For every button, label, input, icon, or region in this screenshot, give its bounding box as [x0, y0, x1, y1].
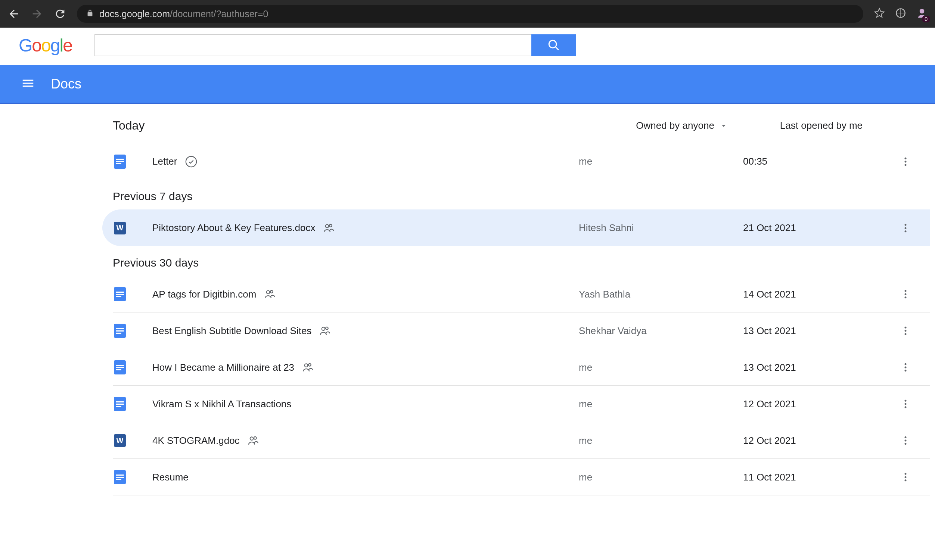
document-owner: Shekhar Vaidya: [579, 325, 743, 337]
google-doc-icon: [114, 287, 126, 301]
document-title: Piktostory About & Key Features.docx: [152, 222, 315, 234]
word-doc-icon: W: [114, 434, 126, 447]
document-date: 21 Oct 2021: [743, 222, 892, 234]
shared-icon: [247, 435, 259, 446]
document-date: 12 Oct 2021: [743, 435, 892, 446]
svg-point-33: [905, 443, 907, 445]
svg-point-20: [905, 333, 907, 335]
svg-point-32: [905, 440, 907, 442]
svg-point-2: [186, 156, 196, 166]
more-actions-button[interactable]: [892, 398, 918, 409]
svg-point-6: [326, 225, 329, 228]
google-doc-icon: [114, 155, 126, 169]
more-actions-button[interactable]: [892, 325, 918, 336]
shared-icon: [302, 362, 314, 373]
svg-point-36: [905, 479, 907, 481]
reload-button[interactable]: [54, 8, 66, 20]
google-logo[interactable]: Google: [18, 35, 72, 55]
svg-point-24: [905, 367, 907, 368]
svg-point-18: [905, 327, 907, 329]
svg-point-22: [308, 364, 311, 366]
extension-icon[interactable]: [895, 8, 906, 20]
more-actions-button[interactable]: [892, 435, 918, 446]
more-actions-button[interactable]: [892, 289, 918, 300]
offline-icon: [185, 155, 198, 168]
more-actions-button[interactable]: [892, 156, 918, 167]
document-title: Best English Subtitle Download Sites: [152, 325, 311, 337]
svg-point-12: [270, 291, 273, 293]
document-row[interactable]: Resume me 11 Oct 2021: [113, 459, 930, 495]
menu-icon[interactable]: [21, 76, 35, 92]
document-row[interactable]: AP tags for Digitbin.com Yash Bathla 14 …: [113, 276, 930, 312]
document-row[interactable]: W 4K STOGRAM.gdoc me 12 Oct 2021: [113, 422, 930, 459]
app-title: Docs: [51, 76, 82, 92]
svg-point-17: [326, 327, 328, 330]
document-owner: me: [579, 472, 743, 483]
document-owner: Yash Bathla: [579, 289, 743, 300]
bookmark-star-icon[interactable]: [874, 8, 885, 20]
svg-point-15: [905, 297, 907, 298]
svg-point-5: [905, 164, 907, 166]
document-owner: me: [579, 435, 743, 446]
google-doc-icon: [114, 397, 126, 411]
svg-point-11: [267, 291, 270, 294]
svg-point-35: [905, 476, 907, 478]
document-owner: me: [579, 156, 743, 167]
sort-filter[interactable]: Last opened by me: [780, 120, 863, 131]
svg-point-31: [905, 437, 907, 438]
url-text: docs.google.com/document/?authuser=0: [99, 9, 268, 19]
document-title: AP tags for Digitbin.com: [152, 289, 256, 300]
svg-point-27: [905, 403, 907, 405]
svg-point-9: [905, 227, 907, 229]
document-owner: Hitesh Sahni: [579, 222, 743, 234]
address-bar[interactable]: docs.google.com/document/?authuser=0: [77, 5, 863, 23]
svg-point-23: [905, 363, 907, 365]
shared-icon: [319, 325, 331, 337]
document-title: Letter: [152, 156, 177, 167]
google-header: Google: [0, 28, 935, 65]
document-row[interactable]: Vikram S x Nikhil A Transactions me 12 O…: [113, 386, 930, 422]
document-date: 12 Oct 2021: [743, 398, 892, 410]
document-owner: me: [579, 362, 743, 373]
svg-point-4: [905, 160, 907, 162]
svg-point-1: [920, 9, 924, 14]
section-heading: Previous 30 days: [113, 246, 930, 276]
svg-point-13: [905, 290, 907, 292]
document-title: 4K STOGRAM.gdoc: [152, 435, 240, 446]
notification-badge: 0: [922, 16, 930, 22]
document-row[interactable]: Best English Subtitle Download Sites She…: [113, 312, 930, 349]
shared-icon: [323, 222, 335, 234]
section-heading: Today: [113, 119, 636, 132]
document-date: 13 Oct 2021: [743, 362, 892, 373]
search-input[interactable]: [94, 34, 531, 56]
document-row[interactable]: How I Became a Millionaire at 23 me 13 O…: [113, 349, 930, 386]
owner-filter[interactable]: Owned by anyone: [636, 120, 728, 131]
document-title: Resume: [152, 472, 189, 483]
more-actions-button[interactable]: [892, 223, 918, 234]
svg-point-25: [905, 369, 907, 371]
forward-button[interactable]: [31, 8, 43, 20]
back-button[interactable]: [8, 8, 20, 20]
shared-icon: [264, 288, 275, 300]
search-button[interactable]: [531, 34, 576, 56]
more-actions-button[interactable]: [892, 472, 918, 483]
svg-point-3: [905, 157, 907, 159]
more-actions-button[interactable]: [892, 362, 918, 373]
svg-point-30: [254, 437, 256, 439]
browser-chrome: docs.google.com/document/?authuser=0 0: [0, 0, 935, 28]
google-doc-icon: [114, 470, 126, 484]
profile-avatar[interactable]: 0: [917, 8, 927, 20]
document-date: 00:35: [743, 156, 892, 167]
svg-point-21: [305, 364, 308, 367]
svg-point-7: [329, 224, 332, 227]
section-heading: Previous 7 days: [113, 180, 930, 209]
document-title: Vikram S x Nikhil A Transactions: [152, 398, 291, 410]
svg-point-8: [905, 224, 907, 226]
document-row[interactable]: Letter me 00:35: [113, 143, 930, 180]
svg-point-34: [905, 473, 907, 475]
svg-point-29: [250, 437, 253, 440]
document-row[interactable]: W Piktostory About & Key Features.docx H…: [102, 209, 930, 246]
lock-icon: [86, 9, 94, 18]
document-title: How I Became a Millionaire at 23: [152, 362, 294, 373]
svg-point-10: [905, 230, 907, 232]
